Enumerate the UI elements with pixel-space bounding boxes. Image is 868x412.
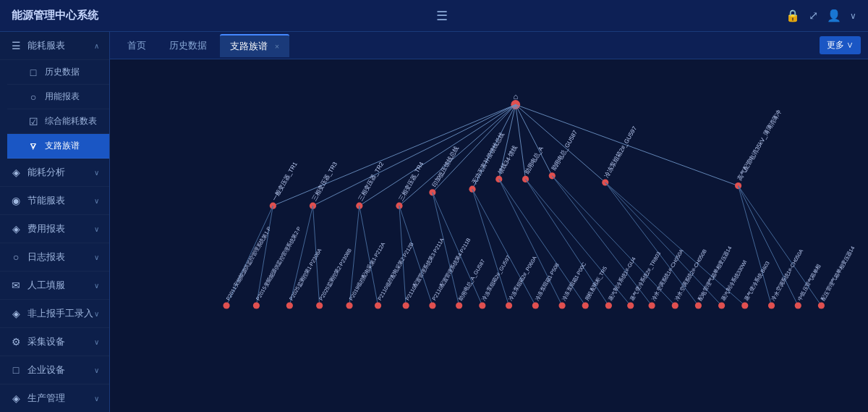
- label-right: 高气配管电消35kV_薄薄消薄冲: [736, 109, 782, 182]
- sub-line-12: [472, 189, 535, 306]
- branch-line-8: [516, 104, 526, 179]
- menu-icon[interactable]: ☰: [436, 8, 448, 24]
- sidebar-label-energy-saving: 节能服表: [27, 194, 65, 207]
- sidebar-label-comprehensive: 综合能耗数表: [45, 115, 97, 127]
- tab-more-button[interactable]: 更多 ∨: [820, 36, 861, 54]
- sidebar-item-history-data[interactable]: □ 历史数据: [7, 60, 109, 85]
- app-title: 能源管理中心系统: [12, 9, 98, 22]
- sidebar-label-collect-device: 采集设备: [27, 335, 65, 348]
- branch-line-1: [273, 104, 515, 206]
- sidebar-label-energy-reports: 能耗服表: [27, 39, 65, 52]
- tab-history-label: 历史数据: [169, 40, 207, 51]
- production-chevron: ∨: [94, 395, 99, 403]
- sidebar-item-log-report[interactable]: ○ 日志报表 ∨: [0, 243, 109, 272]
- leaf-label-14: 用机配电柜_TR5: [584, 265, 608, 301]
- sidebar-item-energy-use[interactable]: ○ 用能报表: [7, 85, 109, 109]
- label-7: 馈线34·馈线: [497, 145, 519, 176]
- user-chevron-icon[interactable]: ∨: [850, 11, 856, 21]
- tab-branch-tree-label: 支路族谱: [230, 41, 268, 51]
- manual-fill-icon: ✉: [10, 279, 22, 291]
- energy-reports-chevron: ∧: [94, 42, 99, 50]
- collect-device-chevron: ∨: [94, 338, 99, 346]
- sidebar: ☰ 能耗服表 ∧ □ 历史数据 ○ 用能报表 ☑ 综合能耗: [0, 32, 110, 412]
- leaf-20: [718, 302, 725, 308]
- sidebar-label-production: 生产管理: [27, 392, 65, 405]
- leaf-1: [223, 302, 229, 308]
- leaf-10: [479, 302, 485, 308]
- energy-analysis-icon: ◈: [10, 167, 22, 178]
- sidebar-item-fee-report[interactable]: ◈ 费用报表 ∨: [0, 215, 109, 243]
- sidebar-item-manual-fill[interactable]: ✉ 人工填服 ∨: [0, 272, 109, 300]
- user-icon[interactable]: 👤: [827, 9, 841, 22]
- tree-svg: ⌂: [110, 59, 868, 412]
- label-9: 助用电总_GU587: [550, 129, 579, 172]
- enterprise-chevron: ∨: [94, 366, 99, 374]
- leaf-12: [532, 302, 539, 308]
- tab-history[interactable]: 历史数据: [159, 35, 217, 56]
- tab-home-label: 首页: [127, 40, 146, 51]
- leaf-17: [649, 302, 655, 308]
- sub-line-23: [739, 186, 799, 306]
- leaf-label-23: 中低压管气箱单相: [796, 264, 822, 302]
- energy-analysis-chevron: ∨: [94, 169, 99, 177]
- sidebar-label-branch-tree: 支路族谱: [45, 140, 80, 152]
- root-label: ⌂: [513, 92, 518, 101]
- log-report-chevron: ∨: [94, 253, 99, 261]
- leaf-8: [429, 302, 435, 308]
- sidebar-item-production[interactable]: ◈ 生产管理 ∨: [0, 384, 109, 412]
- leaf-15: [605, 302, 612, 308]
- leaf-label-12: 冷冻泵组箱1·P508: [534, 262, 561, 302]
- sidebar-label-energy-analysis: 能耗分析: [27, 166, 65, 179]
- sidebar-label-history-data: 历史数据: [45, 66, 80, 78]
- content-area: 首页 历史数据 支路族谱 × 更多 ∨ ⌂: [110, 32, 868, 412]
- leaf-21: [741, 302, 748, 308]
- sidebar-item-comprehensive[interactable]: ☑ 综合能耗数表: [7, 109, 109, 134]
- leaf-4: [316, 302, 323, 308]
- branch-line-2: [313, 104, 516, 206]
- log-report-icon: ○: [10, 251, 22, 263]
- enterprise-icon: □: [10, 364, 22, 376]
- leaf-label-13: 冷冻泵组箱1·P00C: [561, 261, 588, 302]
- non-report-icon: ◈: [10, 308, 22, 319]
- sidebar-item-enterprise[interactable]: □ 企业设备 ∨: [0, 356, 109, 384]
- label-8: 助用电总_A: [524, 146, 545, 175]
- tab-more-label: 更多 ∨: [827, 39, 854, 51]
- sidebar-item-collect-device[interactable]: ⚙ 采集设备 ∨: [0, 328, 109, 356]
- tree-visualization[interactable]: ⌂: [110, 59, 868, 412]
- leaf-7: [403, 302, 409, 308]
- energy-use-icon: ○: [27, 91, 39, 103]
- sidebar-sub-energy: □ 历史数据 ○ 用能报表 ☑ 综合能耗数表 ⛛ 支路族谱: [0, 60, 109, 159]
- sidebar-item-energy-saving[interactable]: ◉ 节能服表 ∨: [0, 187, 109, 215]
- label-5: 印加低压馈线总线: [431, 145, 460, 188]
- collect-device-icon: ⚙: [10, 336, 22, 348]
- leaf-2: [253, 302, 260, 308]
- energy-reports-icon: ☰: [10, 40, 22, 51]
- leaf-5: [346, 302, 352, 308]
- leaf-label-21: 蒸气使冷系统·B603: [743, 260, 770, 302]
- energy-saving-icon: ◉: [10, 195, 22, 206]
- lock-icon[interactable]: 🔒: [786, 9, 800, 22]
- tab-bar: 首页 历史数据 支路族谱 × 更多 ∨: [110, 32, 868, 59]
- fullscreen-icon[interactable]: ⤢: [809, 9, 818, 22]
- header-icons: 🔒 ⤢ 👤 ∨: [786, 9, 856, 22]
- sidebar-item-branch-tree[interactable]: ⛛ 支路族谱: [7, 134, 109, 159]
- tab-home[interactable]: 首页: [117, 35, 156, 56]
- label-10: 冷冻泵组箱2#_GU597: [603, 125, 638, 179]
- label-2: 三相变压器_TR3: [311, 161, 339, 202]
- non-report-chevron: ∨: [94, 310, 99, 318]
- app-header: 能源管理中心系统 ☰ 🔒 ⤢ 👤 ∨: [0, 0, 868, 32]
- leaf-14: [582, 302, 589, 308]
- sub-line-21: [605, 182, 745, 306]
- tab-close-icon[interactable]: ×: [275, 42, 279, 51]
- tab-list: 首页 历史数据 支路族谱 ×: [117, 34, 289, 57]
- sidebar-item-energy-reports[interactable]: ☰ 能耗服表 ∧: [0, 32, 109, 60]
- sidebar-item-non-report[interactable]: ◈ 非上报手工录入 ∨: [0, 300, 109, 328]
- leaf-22: [768, 302, 775, 308]
- sidebar-item-energy-analysis[interactable]: ◈ 能耗分析 ∨: [0, 159, 109, 187]
- fee-report-chevron: ∨: [94, 225, 99, 233]
- fee-report-icon: ◈: [10, 223, 22, 235]
- tab-branch-tree[interactable]: 支路族谱 ×: [220, 34, 289, 57]
- leaf-13: [558, 302, 565, 308]
- production-icon: ◈: [10, 392, 22, 404]
- leaf-3: [286, 302, 293, 308]
